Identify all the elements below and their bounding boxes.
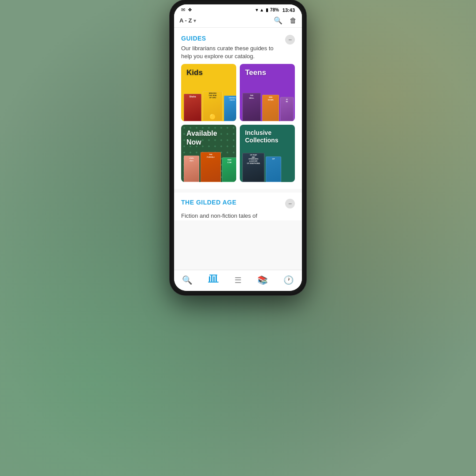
guides-section-header: GUIDES Our librarians curate these guide… [174,28,302,64]
guides-section-info: GUIDES Our librarians curate these guide… [181,35,282,60]
nav-menu[interactable]: ☰ [231,275,245,285]
status-left-icons: ✉ ❖ [181,7,192,13]
phone-frame: ✉ ❖ ▾ ▲ ▮ 78% 13:43 [170,0,306,295]
time-display: 13:43 [283,7,295,13]
gilded-collapse-button[interactable]: − [285,199,295,208]
guides-grid: Kids Shaha MINIONSTHE RISEOF GRU [174,64,302,189]
phone-screen: ✉ ❖ ▾ ▲ ▮ 78% 13:43 [174,4,302,291]
bottom-nav: 🔍 [174,270,302,291]
guide-teens-label: Teens [245,68,266,77]
guides-description: Our librarians curate these guides to he… [181,45,282,60]
app-header: A - Z ▾ 🔍 🗑 [174,15,302,28]
status-bar: ✉ ❖ ▾ ▲ ▮ 78% 13:43 [174,4,302,15]
available-books: chidsdum THEPURVELI RARCOM [181,149,236,182]
gilded-section-header: THE GILDED AGE − [174,193,302,212]
kids-books: Shaha MINIONSTHE RISEOF GRU 🟡 minionsmov… [181,88,236,121]
dropbox-icon: ❖ [188,7,192,13]
guide-card-kids[interactable]: Kids Shaha MINIONSTHE RISEOF GRU [181,64,236,121]
battery-percent: 78% [270,7,279,12]
sort-control[interactable]: A - Z ▾ [179,17,196,24]
search-icon[interactable]: 🔍 [274,16,283,25]
teens-books: THEWELL WINDOWN MWi [240,88,295,121]
battery-icon: ▮ [266,7,268,12]
library-nav-icon [208,275,219,286]
gmail-icon: ✉ [181,7,185,13]
nav-history[interactable]: 🕐 [280,274,298,286]
wifi-icon: ▾ [256,7,258,12]
svg-rect-1 [211,275,212,282]
gilded-title: THE GILDED AGE [181,199,237,206]
chevron-down-icon: ▾ [193,18,196,24]
svg-rect-5 [209,275,217,275]
guide-inclusive-label: InclusiveCollections [245,129,278,144]
svg-rect-2 [213,276,215,282]
guides-section: GUIDES Our librarians curate these guide… [174,28,302,189]
menu-nav-icon: ☰ [234,276,242,284]
books-nav-icon: 📚 [257,275,268,285]
guide-available-label: AvailableNow [186,129,217,146]
nav-books[interactable]: 📚 [254,274,271,286]
main-content[interactable]: GUIDES Our librarians curate these guide… [174,28,302,270]
guides-title: GUIDES [181,35,282,42]
svg-rect-4 [208,282,219,283]
inclusive-books: OF FEARANDSTRANGERSA HISTORYOF XENOPHOBI… [240,149,295,182]
nav-search[interactable]: 🔍 [178,274,196,286]
gilded-section: THE GILDED AGE − Fiction and non-fiction… [174,193,302,220]
guide-kids-label: Kids [186,68,203,77]
search-nav-icon: 🔍 [182,275,193,285]
sort-label: A - Z [179,17,192,24]
guide-card-teens[interactable]: Teens THEWELL WINDOWN MWi [240,64,295,121]
guides-collapse-button[interactable]: − [285,35,295,45]
nav-library[interactable] [205,274,222,286]
status-right: ▾ ▲ ▮ 78% 13:43 [256,7,295,13]
gilded-description: Fiction and non-fiction tales of [174,212,302,220]
guide-card-available[interactable]: AvailableNow chidsdum THEPURVELI [181,125,236,182]
guide-card-inclusive[interactable]: InclusiveCollections OF FEARANDSTRANGERS… [240,125,295,182]
svg-rect-3 [216,275,217,282]
header-actions: 🔍 🗑 [274,16,297,25]
history-nav-icon: 🕐 [283,275,294,285]
delete-icon[interactable]: 🗑 [290,17,297,25]
signal-icon: ▲ [260,7,264,12]
svg-rect-0 [209,276,210,282]
